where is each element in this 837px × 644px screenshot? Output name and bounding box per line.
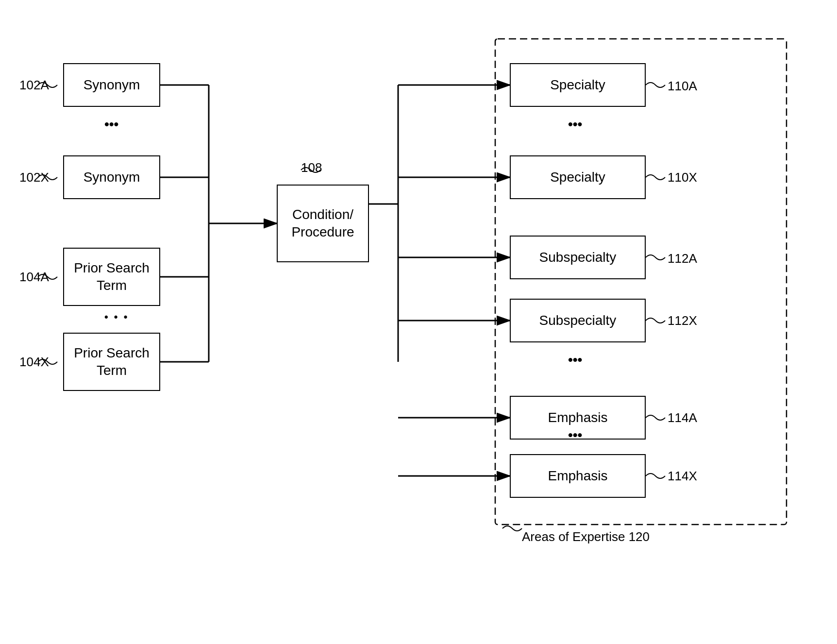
subspecialty-x-label: Subspecialty — [539, 313, 617, 328]
ref-110a: 110A — [668, 79, 697, 94]
ref-102x: 102X — [19, 170, 49, 185]
ref-104a: 104A — [19, 270, 49, 285]
diagram-container: Synonym Synonym Prior SearchTerm Prior S… — [0, 0, 837, 644]
ref-112x: 112X — [668, 313, 697, 328]
emphasis-x-box: Emphasis — [510, 454, 646, 498]
ref-108: 108 — [301, 160, 322, 175]
prior-search-a-label: Prior SearchTerm — [74, 259, 150, 295]
specialty-x-box: Specialty — [510, 155, 646, 199]
synonym-x-label: Synonym — [84, 169, 140, 185]
ref-112a: 112A — [668, 251, 697, 266]
prior-search-x-box: Prior SearchTerm — [63, 333, 160, 391]
condition-procedure-label: Condition/Procedure — [291, 206, 354, 241]
dots-subspecialty: ••• — [568, 352, 582, 368]
specialty-a-box: Specialty — [510, 63, 646, 107]
ref-102a: 102A — [19, 78, 49, 93]
prior-search-a-box: Prior SearchTerm — [63, 248, 160, 306]
synonym-a-label: Synonym — [84, 77, 140, 93]
emphasis-a-label: Emphasis — [548, 410, 608, 425]
synonym-a-box: Synonym — [63, 63, 160, 107]
emphasis-x-label: Emphasis — [548, 468, 608, 484]
specialty-x-label: Specialty — [550, 169, 605, 185]
svg-rect-16 — [495, 39, 787, 525]
subspecialty-x-box: Subspecialty — [510, 299, 646, 342]
dots-emphasis: ••• — [568, 427, 582, 443]
prior-search-x-label: Prior SearchTerm — [74, 344, 150, 380]
dots-synonym: ••• — [104, 117, 118, 132]
dots-prior-search: • • • — [104, 311, 129, 323]
ref-114x: 114X — [668, 469, 697, 484]
specialty-a-label: Specialty — [550, 77, 605, 93]
subspecialty-a-box: Subspecialty — [510, 236, 646, 279]
condition-procedure-box: Condition/Procedure — [277, 185, 369, 262]
ref-114a: 114A — [668, 410, 697, 425]
ref-110x: 110X — [668, 170, 697, 185]
dots-specialty: ••• — [568, 117, 582, 132]
subspecialty-a-label: Subspecialty — [539, 250, 617, 265]
synonym-x-box: Synonym — [63, 155, 160, 199]
ref-104x: 104X — [19, 355, 49, 370]
areas-of-expertise-label: Areas of Expertise 120 — [522, 529, 650, 544]
